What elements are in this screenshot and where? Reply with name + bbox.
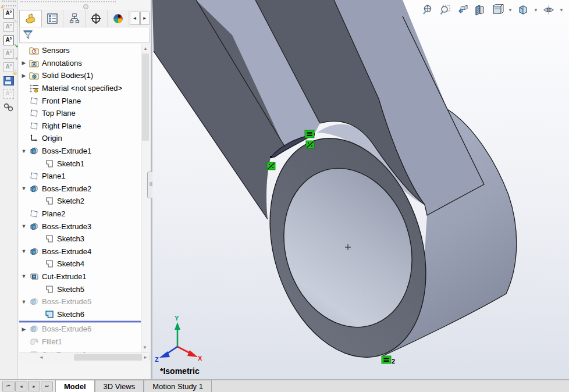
tab-scroll-left[interactable]: ◄ (130, 12, 139, 25)
constraint-pierce-marker[interactable] (267, 162, 275, 170)
doc-tab-nav-1[interactable]: ◄ (15, 382, 27, 391)
collapse-arrow-icon[interactable]: ▼ (19, 248, 29, 254)
collapse-arrow-icon[interactable]: ▼ (19, 186, 29, 191)
tree-item-sketch1[interactable]: Sketch1 (19, 157, 141, 170)
tree-item-sketch5[interactable]: Sketch5 (19, 283, 141, 295)
document-tab-model[interactable]: Model (55, 380, 95, 392)
sketch-icon (44, 259, 54, 269)
tree-item-label: Sketch2 (54, 197, 84, 205)
tree-item-label: Annotations (39, 59, 82, 67)
tree-item-top-plane[interactable]: Top Plane (19, 107, 141, 120)
dimxpert-tab[interactable] (86, 10, 108, 27)
previous-view-button[interactable] (455, 3, 470, 17)
section-view-button[interactable] (472, 3, 488, 17)
hide-show-items-dropdown-arrow[interactable]: ▼ (559, 3, 564, 17)
solidbodies-icon (29, 71, 39, 80)
tree-item-label: Sketch6 (54, 310, 84, 319)
collapse-arrow-icon[interactable]: ▼ (19, 148, 29, 154)
annotation-view-activate-icon[interactable]: A°↘ (2, 34, 16, 47)
horizontal-scroll-thumb[interactable] (74, 354, 150, 361)
tree-item-boss-extrude3[interactable]: ▼Boss-Extrude3 (19, 220, 141, 233)
display-style-dropdown-arrow[interactable]: ▼ (533, 3, 539, 17)
propertymanager-tab[interactable] (42, 10, 64, 27)
expand-arrow-icon[interactable]: ▶ (19, 326, 29, 332)
tree-item-cut-extrude1[interactable]: ▼Cut-Extrude1 (19, 270, 141, 283)
tree-item-sketch2[interactable]: Sketch2 (19, 195, 141, 208)
document-tab-motion-study-1[interactable]: Motion Study 1 (144, 380, 212, 392)
statusbar-filler (212, 380, 569, 392)
tree-item-front-plane[interactable]: Front Plane (19, 94, 141, 107)
displaymanager-tab[interactable] (108, 10, 130, 27)
tree-item-right-plane[interactable]: Right Plane (19, 120, 141, 133)
vertical-scroll-thumb[interactable] (142, 54, 149, 141)
tree-item-label: Boss-Extrude3 (39, 222, 91, 231)
tree-item-boss-extrude5[interactable]: ▼Boss-Extrude5 (19, 295, 141, 308)
tree-item-sketch4[interactable]: Sketch4 (19, 258, 141, 270)
featuremanager-tab[interactable] (19, 10, 42, 27)
tree-item-sketch6[interactable]: Sketch6 (19, 308, 141, 320)
tree-item-label: Cut-Extrude1 (39, 272, 87, 281)
tree-item-plane1[interactable]: Plane1 (19, 170, 141, 183)
tree-vertical-scrollbar[interactable]: ▲ ▼ (141, 44, 150, 352)
tree-item-boss-extrude6[interactable]: ▶Boss-Extrude6 (19, 323, 141, 336)
tree-item-cut-extrude2[interactable]: ▶Cut-Extrude2 (19, 348, 141, 352)
feature-filter-bar[interactable] (19, 27, 150, 43)
tree-item-sensors[interactable]: Sensors (19, 44, 141, 57)
annotation-view-new-icon[interactable]: A°✶ (2, 8, 16, 20)
scroll-right-button[interactable]: ► (142, 354, 149, 361)
tree-item-boss-extrude1[interactable]: ▼Boss-Extrude1 (19, 145, 141, 158)
tree-horizontal-scrollbar[interactable]: ◄ ► (19, 352, 150, 362)
collapse-arrow-icon[interactable]: ▼ (19, 223, 29, 229)
tree-item-label: Sensors (39, 46, 70, 55)
constraint-equal-marker[interactable]: 2 (382, 356, 395, 365)
annotation-views-toolbar: A°✶A°✎A°↘A°+A°🔒A° (0, 0, 18, 379)
view-orientation-dropdown-arrow[interactable]: ▼ (507, 3, 513, 17)
panel-grip[interactable] (20, 1, 116, 5)
panel-collapse-knob[interactable] (83, 4, 88, 9)
document-tab-bar: ⏮◄►⏭ Model3D ViewsMotion Study 1 (0, 379, 569, 392)
view-orientation-button[interactable] (490, 3, 505, 17)
tree-item-material-not-specified-[interactable]: Material <not specified> (19, 82, 141, 95)
zoom-to-area-button[interactable] (438, 3, 453, 17)
constraint-equal-marker[interactable] (305, 130, 314, 138)
belt-chain-icon[interactable] (2, 101, 16, 113)
scroll-down-button[interactable]: ▼ (141, 344, 148, 351)
tree-item-fillet1[interactable]: Fillet1 (19, 336, 141, 348)
collapse-arrow-icon[interactable]: ▼ (19, 273, 29, 279)
scroll-left-button[interactable]: ◄ (38, 354, 45, 361)
scroll-up-button[interactable]: ▲ (142, 45, 149, 52)
tree-item-annotations[interactable]: ▶AAnnotations (19, 57, 141, 70)
constraint-pierce-marker[interactable] (306, 141, 314, 148)
plane-icon (29, 209, 39, 219)
expand-arrow-icon[interactable]: ▶ (19, 60, 29, 66)
tree-item-boss-extrude2[interactable]: ▼Boss-Extrude2 (19, 183, 141, 195)
save-view-icon[interactable] (2, 74, 16, 87)
doc-tab-nav-3[interactable]: ⏭ (41, 382, 53, 391)
boss-icon (29, 222, 39, 231)
tree-item-solid-bodies-1-[interactable]: ▶Solid Bodies(1) (19, 69, 141, 82)
annotation-view-hidden-icon[interactable]: A° (2, 88, 16, 100)
tree-item-sketch3[interactable]: Sketch3 (19, 233, 141, 245)
hide-show-items-button[interactable] (541, 3, 556, 17)
graphics-viewport[interactable]: 2 Y X Z *Isometric ▼▼▼ (152, 0, 569, 379)
expand-arrow-icon[interactable]: ▶ (19, 73, 29, 79)
tree-item-plane2[interactable]: Plane2 (19, 208, 141, 220)
annotation-view-lock-icon[interactable]: A°🔒 (2, 61, 16, 73)
display-style-button[interactable] (515, 3, 531, 17)
rollback-bar[interactable] (19, 320, 141, 323)
collapse-arrow-icon[interactable]: ▼ (19, 299, 29, 305)
doc-tab-nav-0[interactable]: ⏮ (2, 382, 15, 391)
annotation-view-edit-icon[interactable]: A°✎ (2, 21, 16, 33)
featuremanager-tab-bar: ◄► (19, 10, 150, 27)
sketch-icon (44, 284, 54, 294)
tree-item-origin[interactable]: Origin (19, 132, 141, 145)
annotation-view-add-icon[interactable]: A°+ (2, 48, 16, 60)
filter-funnel-icon (22, 29, 34, 41)
zoom-to-fit-button[interactable] (420, 3, 435, 17)
doc-tab-nav-2[interactable]: ► (28, 382, 40, 391)
3d-model-canvas[interactable]: 2 Y X Z (152, 0, 569, 379)
configuration-tab[interactable] (63, 10, 86, 27)
document-tab-3d-views[interactable]: 3D Views (95, 380, 144, 392)
tab-scroll-right[interactable]: ► (140, 12, 150, 25)
tree-item-boss-extrude4[interactable]: ▼Boss-Extrude4 (19, 245, 141, 258)
